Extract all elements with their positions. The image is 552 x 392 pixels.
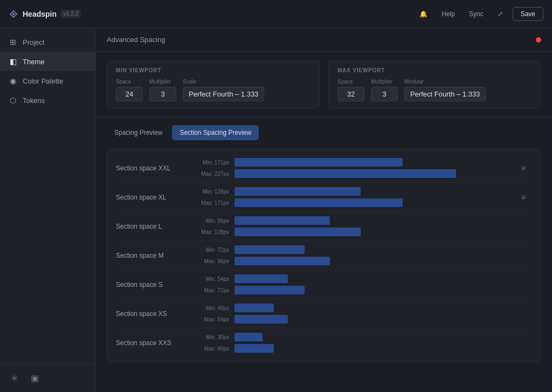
max-modular-field: Modular Perfect Fourth – 1.333 [404,79,486,101]
sidebar-item-tokens[interactable]: ⬡ Tokens [0,91,95,110]
bar-track-max-xxl [234,169,515,178]
bar-fill-min-xl [234,187,361,196]
viewport-panels: MIN VIEWPORT Space 24 Multiplier 3 Scale… [96,52,552,118]
bar-line-max-l: Max: 128px [191,228,515,236]
spacing-row-xs: Section space XS Min: 40px Max: 54px [116,299,532,328]
max-space-field: Space 32 [337,79,364,101]
row-settings-xl[interactable]: ≡ [515,193,532,202]
bar-tag-max-xxl: Max: 227px [191,171,229,177]
bar-tag-min-xl: Min: 128px [191,189,229,195]
spacing-row-xxs: Section space XXS Min: 30px Max: 40px [116,328,532,357]
content-area: Advanced Spacing MIN VIEWPORT Space 24 M… [96,28,552,392]
bar-line-min-xxl: Min: 171px [191,158,515,167]
sidebar-item-label-theme: Theme [23,58,44,66]
bar-track-max-xs [234,315,515,324]
max-modular-value[interactable]: Perfect Fourth – 1.333 [404,87,486,101]
min-scale-field: Scale Perfect Fourth – 1.333 [183,79,264,101]
min-scale-value[interactable]: Perfect Fourth – 1.333 [183,87,264,101]
tab-section-spacing-preview[interactable]: Section Spacing Preview [172,125,259,140]
bar-line-min-m: Min: 72px [191,245,515,254]
min-multiplier-value[interactable]: 3 [149,87,176,101]
bar-fill-max-s [234,286,305,294]
content-header: Advanced Spacing [96,28,552,52]
bar-tag-min-s: Min: 54px [191,276,229,282]
bar-fill-min-m [234,245,305,254]
settings-icon-xxl: ≡ [521,164,526,173]
min-viewport-label: MIN VIEWPORT [116,67,310,73]
row-settings-xxl[interactable]: ≡ [515,164,532,173]
bar-line-max-xxs: Max: 40px [191,344,515,353]
bar-tag-max-xxs: Max: 40px [191,346,229,352]
expand-icon: ⤢ [498,10,503,18]
bar-fill-min-xs [234,304,274,312]
layout-button[interactable]: ▣ [29,371,41,386]
bar-track-min-m [234,245,515,254]
row-label-xxl: Section space XXL [116,164,191,172]
bar-fill-max-xxs [234,344,274,353]
max-multiplier-label: Multiplier [371,79,398,85]
min-multiplier-label: Multiplier [149,79,176,85]
bar-line-min-l: Min: 96px [191,216,515,225]
row-label-s: Section space S [116,281,191,288]
notification-button[interactable]: 🔔 [415,8,432,20]
help-button[interactable]: Help [437,8,459,20]
spacing-row-xxl: Section space XXL Min: 171px Max: 227px … [116,154,532,183]
tab-spacing-preview[interactable]: Spacing Preview [107,125,170,140]
tab-area: Spacing Preview Section Spacing Preview [96,118,552,140]
max-viewport-label: MAX VIEWPORT [337,67,532,73]
sidebar-item-label-project: Project [23,38,44,46]
topbar: Headspin v1.2.2 🔔 Help Sync ⤢ Save [0,0,552,28]
bar-fill-max-l [234,228,361,236]
bar-tag-max-s: Max: 72px [191,287,229,293]
row-bars-l: Min: 96px Max: 128px [191,216,515,236]
project-icon: ⊞ [9,38,17,46]
bar-line-max-xl: Max: 171px [191,198,515,207]
sidebar: ⊞ Project ◧ Theme ◉ Color Palette ⬡ Toke… [0,28,96,392]
theme-icon: ◧ [9,57,17,66]
preview-area: Section space XXL Min: 171px Max: 227px … [107,149,541,362]
bar-track-min-xl [234,187,515,196]
bar-line-max-xxl: Max: 227px [191,169,515,178]
bar-track-min-xs [234,304,515,312]
sidebar-item-theme[interactable]: ◧ Theme [0,52,95,71]
sidebar-item-project[interactable]: ⊞ Project [0,32,95,52]
row-bars-m: Min: 72px Max: 96px [191,245,515,265]
save-button[interactable]: Save [513,7,543,21]
min-scale-label: Scale [183,79,264,85]
spacing-row-s: Section space S Min: 54px Max: 72px [116,270,532,299]
bar-track-max-l [234,228,515,236]
max-space-label: Space [337,79,364,85]
bar-fill-max-xs [234,315,288,324]
bar-tag-max-l: Max: 128px [191,229,229,235]
main-layout: ⊞ Project ◧ Theme ◉ Color Palette ⬡ Toke… [0,28,552,392]
bar-line-max-m: Max: 96px [191,257,515,265]
max-modular-label: Modular [404,79,486,85]
bar-fill-max-xl [234,198,403,207]
row-label-xxs: Section space XXS [116,339,191,347]
bar-fill-min-s [234,274,288,283]
row-bars-s: Min: 54px Max: 72px [191,274,515,294]
bar-track-max-m [234,257,515,265]
settings-button[interactable]: ✳ [9,371,20,386]
bar-tag-max-xs: Max: 54px [191,317,229,322]
expand-button[interactable]: ⤢ [493,8,507,20]
min-space-value[interactable]: 24 [116,87,143,101]
spacing-row-xl: Section space XL Min: 128px Max: 171px ≡ [116,183,532,212]
max-space-value[interactable]: 32 [337,87,364,101]
topbar-left: Headspin v1.2.2 [9,9,81,19]
bar-track-min-xxl [234,158,515,167]
min-viewport-fields: Space 24 Multiplier 3 Scale Perfect Four… [116,79,310,101]
sidebar-item-color-palette[interactable]: ◉ Color Palette [0,71,95,91]
bar-track-max-s [234,286,515,294]
bar-fill-max-m [234,257,330,265]
app-name: Headspin [23,10,57,18]
sync-button[interactable]: Sync [465,8,488,20]
tokens-icon: ⬡ [9,96,17,105]
bar-tag-max-m: Max: 96px [191,258,229,264]
min-space-field: Space 24 [116,79,143,101]
max-multiplier-value[interactable]: 3 [371,87,398,101]
bar-fill-min-xxl [234,158,403,167]
row-label-m: Section space M [116,252,191,259]
bar-line-min-xl: Min: 128px [191,187,515,196]
bar-line-min-s: Min: 54px [191,274,515,283]
